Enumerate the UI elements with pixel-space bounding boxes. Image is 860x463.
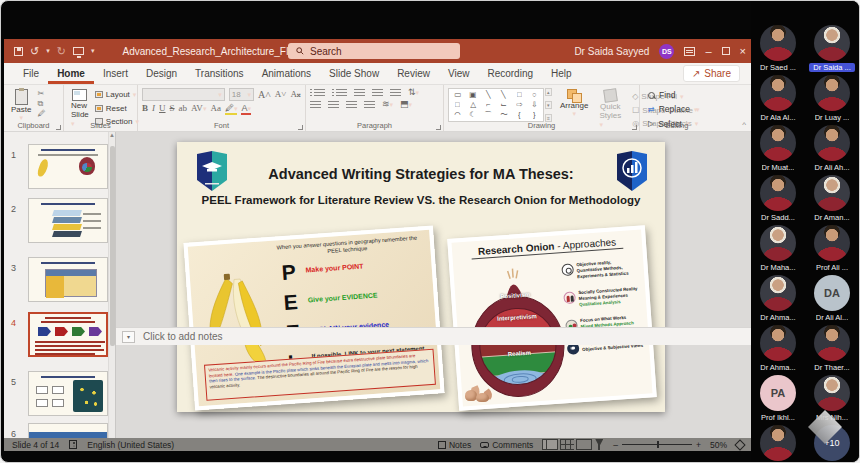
- collapse-ribbon-icon[interactable]: ^: [742, 120, 746, 129]
- paragraph-dialog-launcher[interactable]: [436, 125, 441, 130]
- convert-smartart-icon[interactable]: ⬒▾: [400, 100, 412, 109]
- align-left-icon[interactable]: [310, 101, 321, 109]
- font-color-button[interactable]: A▾: [241, 104, 251, 113]
- drawing-dialog-launcher[interactable]: [632, 125, 637, 130]
- font-name-combo[interactable]: ▾: [142, 88, 225, 101]
- change-case-button[interactable]: Aa: [210, 104, 221, 113]
- participant-tile[interactable]: Dr Luay ...: [805, 75, 859, 125]
- scroll-up-icon[interactable]: ▲: [109, 132, 115, 138]
- participant-tile[interactable]: Dr Thaer...: [805, 325, 859, 375]
- participant-tile[interactable]: PA Prof Ikhl...: [751, 375, 805, 425]
- tab-animations[interactable]: Animations: [253, 65, 320, 84]
- language-status[interactable]: English (United States): [87, 440, 174, 450]
- increase-indent-icon[interactable]: [372, 89, 383, 97]
- undo-icon[interactable]: ↺: [30, 45, 39, 58]
- slide-thumbnail-5[interactable]: [28, 371, 108, 416]
- slide-thumbnail-6[interactable]: [28, 423, 108, 438]
- layout-button[interactable]: Layout▾: [95, 89, 139, 101]
- text-direction-icon[interactable]: ⇅▾: [408, 88, 419, 97]
- find-button[interactable]: Find: [648, 88, 710, 102]
- redo-icon[interactable]: ↻: [57, 45, 66, 58]
- zoom-slider[interactable]: [622, 444, 692, 445]
- start-slideshow-icon[interactable]: [73, 47, 84, 55]
- tab-review[interactable]: Review: [388, 65, 439, 84]
- undo-dropdown-icon[interactable]: ▾: [46, 47, 50, 55]
- arrange-button[interactable]: Arrange▾: [557, 88, 591, 119]
- notes-placeholder[interactable]: Click to add notes: [143, 331, 223, 342]
- participant-tile[interactable]: Dr Ali Ah...: [805, 125, 859, 175]
- participant-tile[interactable]: DA Dr Ali Al...: [805, 275, 859, 325]
- tab-slide-show[interactable]: Slide Show: [320, 65, 388, 84]
- copy-icon[interactable]: ⧉: [37, 100, 45, 108]
- close-button[interactable]: ×: [740, 46, 746, 57]
- slideshow-view-button[interactable]: [594, 439, 604, 450]
- participant-tile[interactable]: Dr Ala Al...: [751, 75, 805, 125]
- slide-thumbnail-4-selected[interactable]: [28, 312, 108, 357]
- slide-thumbnail-1[interactable]: [28, 144, 108, 189]
- clipboard-dialog-launcher[interactable]: [56, 125, 61, 130]
- font-dialog-launcher[interactable]: [298, 125, 303, 130]
- strikethrough-button[interactable]: S: [170, 104, 175, 113]
- participant-tile[interactable]: Dr Sadd...: [751, 175, 805, 225]
- paste-button[interactable]: Paste▾: [8, 88, 34, 123]
- participant-tile[interactable]: Dr Ahma...: [751, 325, 805, 375]
- slide-sorter-view-button[interactable]: [560, 439, 574, 450]
- underline-button[interactable]: U: [159, 104, 166, 113]
- accessibility-icon[interactable]: [69, 440, 77, 449]
- highlight-color-button[interactable]: 🖉▾: [225, 104, 238, 113]
- bullets-icon[interactable]: [314, 89, 325, 97]
- participant-tile[interactable]: Prof Ali ...: [805, 225, 859, 275]
- replace-button[interactable]: ⇄Replace▾: [648, 102, 710, 116]
- grow-font-button[interactable]: A˄: [258, 90, 271, 100]
- tab-home[interactable]: Home: [48, 65, 94, 84]
- bold-button[interactable]: B: [142, 104, 148, 113]
- tab-insert[interactable]: Insert: [94, 65, 137, 84]
- fit-to-window-icon[interactable]: [734, 439, 745, 450]
- zoom-out-button[interactable]: –: [613, 440, 618, 450]
- thumbnail-scrollbar[interactable]: ▲: [108, 132, 115, 438]
- share-button[interactable]: ↗Share: [683, 65, 740, 82]
- columns-icon[interactable]: ≋▾: [382, 100, 393, 109]
- decrease-indent-icon[interactable]: [354, 89, 365, 97]
- notes-toggle-button[interactable]: Notes: [438, 440, 471, 450]
- cut-icon[interactable]: ✂: [37, 90, 45, 98]
- save-icon[interactable]: [14, 47, 23, 56]
- reading-view-button[interactable]: [576, 439, 592, 450]
- zoom-slider-thumb[interactable]: [657, 441, 659, 448]
- align-center-icon[interactable]: [328, 101, 339, 109]
- tab-transitions[interactable]: Transitions: [186, 65, 253, 84]
- customize-qat-icon[interactable]: ▾: [91, 47, 95, 55]
- account-name[interactable]: Dr Saida Sayyed: [574, 46, 649, 57]
- participant-tile[interactable]: Dr Muat...: [751, 125, 805, 175]
- tab-help[interactable]: Help: [542, 65, 581, 84]
- zoom-percentage[interactable]: 50%: [710, 440, 727, 450]
- text-shadow-button[interactable]: ab: [179, 104, 188, 113]
- italic-button[interactable]: I: [152, 104, 155, 113]
- participant-tile[interactable]: [751, 425, 805, 463]
- tab-file[interactable]: File: [14, 65, 48, 84]
- minimize-button[interactable]: –: [705, 46, 711, 57]
- shapes-gallery[interactable]: ▭▣╲╲□○ □△⌐⌙⇨⇩ ◠☾⌒〜{}: [448, 88, 544, 122]
- normal-view-button[interactable]: [542, 439, 558, 450]
- account-avatar[interactable]: DS: [659, 44, 674, 59]
- reset-button[interactable]: Reset: [95, 103, 139, 115]
- tab-recording[interactable]: Recording: [478, 65, 542, 84]
- participant-tile-active[interactable]: Dr Saida ...: [805, 25, 859, 75]
- slide-thumbnail-3[interactable]: [28, 257, 108, 302]
- participant-tile[interactable]: Dr Maha...: [751, 225, 805, 275]
- shrink-font-button[interactable]: A˅: [275, 90, 287, 99]
- tab-design[interactable]: Design: [137, 65, 186, 84]
- participant-tile[interactable]: Dr Aman...: [805, 175, 859, 225]
- clear-formatting-button[interactable]: A𝄪: [290, 90, 301, 99]
- participant-tile[interactable]: Dr Ahma...: [751, 275, 805, 325]
- comments-toggle-button[interactable]: Comments: [480, 440, 533, 450]
- shapes-gallery-scroll[interactable]: ▴▾≡: [545, 88, 552, 122]
- line-spacing-icon[interactable]: [390, 89, 401, 97]
- notes-collapse-icon[interactable]: ▾: [122, 331, 135, 343]
- format-painter-icon[interactable]: 🖉: [37, 110, 45, 118]
- zoom-in-button[interactable]: +: [696, 440, 701, 450]
- slide-canvas[interactable]: Advanced Writing Strategies for MA These…: [177, 142, 665, 412]
- search-input[interactable]: Search: [288, 43, 460, 59]
- ribbon-display-options-icon[interactable]: [684, 47, 695, 56]
- slide-thumbnail-2[interactable]: [28, 198, 108, 243]
